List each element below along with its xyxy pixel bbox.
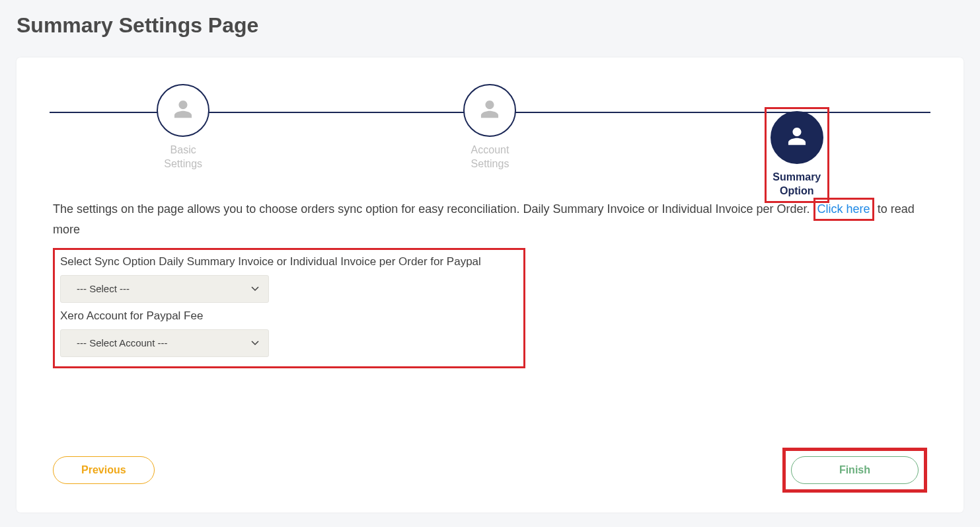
step-label-basic: Basic Settings	[164, 143, 202, 171]
user-icon	[786, 126, 808, 149]
settings-card: Basic Settings Account Settings Summary …	[17, 58, 963, 512]
user-icon	[479, 99, 500, 122]
finish-button[interactable]: Finish	[791, 456, 919, 484]
step-circle-account	[463, 84, 516, 137]
step-basic-settings[interactable]: Basic Settings	[30, 84, 336, 171]
highlight-finish: Finish	[782, 448, 927, 493]
content-area: The settings on the page allows you to c…	[17, 184, 963, 368]
highlight-step-summary: Summary Option	[765, 107, 829, 203]
sync-option-label: Select Sync Option Daily Summary Invoice…	[60, 255, 518, 268]
step-circle-summary	[771, 111, 823, 164]
form-group-xero-account: Xero Account for Paypal Fee --- Select A…	[60, 309, 518, 357]
user-icon	[172, 99, 194, 122]
step-summary-option[interactable]: Summary Option	[644, 84, 950, 170]
page-title: Summary Settings Page	[17, 13, 967, 38]
description-before: The settings on the page allows you to c…	[53, 202, 813, 216]
highlight-form: Select Sync Option Daily Summary Invoice…	[53, 248, 525, 368]
buttons-row: Previous Finish	[17, 368, 963, 493]
xero-account-select[interactable]: --- Select Account ---	[60, 329, 269, 357]
description-text: The settings on the page allows you to c…	[53, 198, 927, 239]
sync-option-select[interactable]: --- Select ---	[60, 275, 269, 303]
step-circle-basic	[157, 84, 209, 137]
click-here-link[interactable]: Click here	[817, 202, 870, 216]
stepper: Basic Settings Account Settings Summary …	[17, 58, 963, 184]
step-label-summary: Summary Option	[771, 171, 823, 198]
previous-button[interactable]: Previous	[53, 456, 155, 484]
step-label-account: Account Settings	[471, 143, 509, 171]
step-account-settings[interactable]: Account Settings	[336, 84, 643, 171]
form-group-sync-option: Select Sync Option Daily Summary Invoice…	[60, 255, 518, 303]
xero-account-label: Xero Account for Paypal Fee	[60, 309, 518, 323]
